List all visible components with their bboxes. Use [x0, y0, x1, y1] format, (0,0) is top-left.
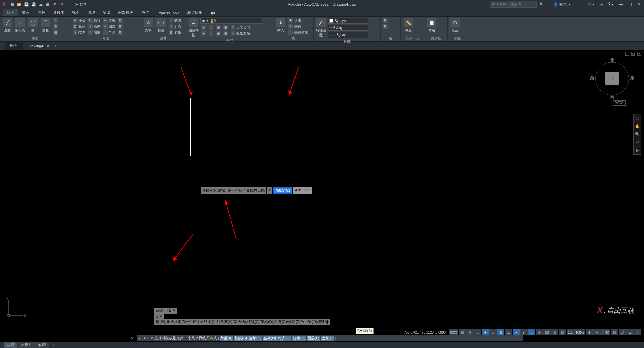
group-sm-1[interactable]: ⊞: [382, 17, 389, 23]
iso-icon[interactable]: ◇: [489, 329, 497, 335]
units-readout[interactable]: 小数: [601, 329, 610, 335]
copy-button[interactable]: ⿻复制: [72, 23, 86, 29]
table-button[interactable]: ▦表格: [168, 29, 182, 35]
cloud-icon[interactable]: ☁: [626, 329, 634, 335]
linear-button[interactable]: ⊢线性: [168, 17, 182, 23]
layer-dropdown[interactable]: ◉ ☀ 🔓 0: [200, 18, 262, 24]
draw-sm-2[interactable]: ⊙: [52, 23, 59, 29]
tab-annotate[interactable]: 注释: [34, 9, 49, 16]
color-dropdown[interactable]: ByLayer: [328, 18, 368, 24]
monitor-icon[interactable]: 🖵: [619, 329, 626, 335]
viewcube-east[interactable]: 东: [630, 75, 635, 81]
viewcube-north[interactable]: 北: [610, 58, 614, 64]
viewcube-south[interactable]: 南: [610, 94, 614, 100]
wcs-label[interactable]: WCS: [613, 100, 626, 106]
layer-sm-1[interactable]: ◈: [200, 24, 207, 30]
dynamic-icon[interactable]: ⌨: [543, 329, 551, 335]
qat-undo-icon[interactable]: ↶: [52, 1, 58, 7]
qat-saveas-icon[interactable]: 💾: [31, 1, 37, 7]
tab-collab[interactable]: 协作: [137, 9, 153, 16]
polyline-button[interactable]: ⌇多段线: [14, 17, 26, 33]
layer-sm-8[interactable]: ▣: [222, 30, 229, 36]
tab-output[interactable]: 输出: [99, 9, 114, 16]
tab-manage[interactable]: 管理: [84, 9, 99, 16]
rotate-button[interactable]: ↻旋转: [87, 17, 101, 23]
drawn-rectangle[interactable]: [190, 98, 292, 156]
vp-close-icon[interactable]: ✕: [637, 52, 641, 56]
viewcube-west[interactable]: 西: [590, 75, 594, 81]
snap-icon[interactable]: ⊞: [466, 329, 474, 335]
transparency-icon[interactable]: ◐: [520, 329, 528, 335]
layerprops-button[interactable]: ≣图层特性: [187, 17, 200, 38]
drawing-area[interactable]: — ▢ ✕ 北 南 东 西 上 WCS ◎ ✋ 🔍 ⟲ ▶ 选择对象或指定第一个…: [0, 50, 644, 325]
tab-extra-icon[interactable]: ▣▾: [206, 9, 220, 16]
dim-button[interactable]: ⟷标注: [155, 17, 167, 33]
propsmatch-button[interactable]: 🖌特性匹配: [315, 17, 327, 38]
insert-button[interactable]: ⬇插入: [275, 17, 287, 33]
app-icon[interactable]: ◬▾: [598, 2, 603, 7]
app-logo[interactable]: A: [0, 0, 8, 8]
create-button[interactable]: ✚创建: [287, 17, 309, 23]
mod-sm-1[interactable]: ⊡: [117, 17, 124, 23]
layout-add[interactable]: +: [50, 343, 57, 347]
group-sm-2[interactable]: ⊟: [382, 23, 389, 29]
leader-button[interactable]: ↗引线: [168, 23, 182, 29]
ucs-icon[interactable]: Y X: [6, 298, 26, 319]
coordinates-readout[interactable]: 758.3701, 478.1123, 0.0000: [404, 331, 446, 334]
polar-icon[interactable]: ✦: [482, 329, 489, 335]
tab-express[interactable]: Express Tools: [153, 10, 183, 16]
share-button[interactable]: ➤ 共享: [72, 1, 90, 8]
gear-icon[interactable]: ⚙: [586, 329, 593, 335]
scale-readout[interactable]: 1:1 / 100%: [567, 329, 585, 335]
gizmo-icon[interactable]: ⊕: [536, 329, 543, 335]
plus-icon[interactable]: +: [593, 329, 601, 335]
lineweight-dropdown[interactable]: ━━ ByLayer: [328, 25, 368, 31]
qat-save-icon[interactable]: 💾: [23, 1, 30, 7]
nav-showmotion-icon[interactable]: ▶: [634, 146, 641, 154]
trim-button[interactable]: ✂修剪: [102, 17, 116, 23]
minimize-button[interactable]: —: [616, 1, 625, 7]
otrack-icon[interactable]: ∠: [505, 329, 512, 335]
qp-icon[interactable]: ⊞: [551, 329, 558, 335]
sc-icon[interactable]: ⊟: [559, 329, 566, 335]
layout-2[interactable]: 布局2: [34, 342, 50, 348]
circle-button[interactable]: ◯圆: [27, 17, 39, 33]
layout-1[interactable]: 布局1: [18, 342, 34, 348]
tab-featured[interactable]: 精选应用: [183, 9, 206, 16]
filetab-add[interactable]: +: [51, 43, 60, 49]
close-tab-icon[interactable]: ✕: [47, 44, 49, 48]
custom-icon[interactable]: ≡: [634, 329, 641, 335]
tab-addins[interactable]: 附加模块: [114, 9, 137, 16]
cmdline-close-icon[interactable]: ✕: [131, 336, 134, 341]
filetab-active[interactable]: Drawing4*✕: [23, 43, 51, 49]
nav-pan-icon[interactable]: ✋: [634, 122, 641, 130]
qat-open-icon[interactable]: 📂: [16, 1, 22, 7]
tab-default[interactable]: 默认: [3, 9, 18, 16]
ws-icon[interactable]: ▤: [611, 329, 618, 335]
selection-icon[interactable]: ▭: [528, 329, 535, 335]
login-button[interactable]: 👤 登录 ▾: [553, 2, 570, 7]
base-button[interactable]: ⊕基点: [449, 17, 461, 33]
layer-sm-5[interactable]: ◈: [200, 30, 207, 36]
tab-parametric[interactable]: 参数化: [49, 9, 68, 16]
nav-orbit-icon[interactable]: ⟲: [634, 138, 641, 146]
setcurrent-button[interactable]: ✓设为当前: [230, 24, 251, 30]
layer-sm-3[interactable]: ◆: [215, 24, 222, 30]
move-button[interactable]: ✥移动: [72, 17, 86, 23]
linetype-dropdown[interactable]: ─── ByLayer: [328, 32, 368, 38]
ortho-icon[interactable]: ⊥: [474, 329, 481, 335]
qat-new-icon[interactable]: ▦: [9, 1, 15, 7]
maximize-button[interactable]: ▢: [625, 1, 635, 7]
matchlayer-button[interactable]: ≈匹配图层: [230, 30, 251, 36]
mod-sm-2[interactable]: ⊞: [117, 23, 124, 29]
grid-icon[interactable]: ▦: [459, 329, 466, 335]
text-button[interactable]: A文字: [142, 17, 154, 33]
blockedit-button[interactable]: ✎编辑: [287, 23, 309, 29]
nav-zoom-icon[interactable]: 🔍: [634, 130, 641, 138]
qat-web-icon[interactable]: ☁: [38, 1, 44, 7]
search-icon[interactable]: 🔍: [539, 2, 544, 7]
tab-insert[interactable]: 插入: [18, 9, 34, 16]
stretch-button[interactable]: ⇲拉伸: [72, 29, 86, 35]
search-input[interactable]: 键入关键字或短语: [490, 1, 537, 8]
cart-icon[interactable]: 🛒▾: [588, 2, 594, 7]
